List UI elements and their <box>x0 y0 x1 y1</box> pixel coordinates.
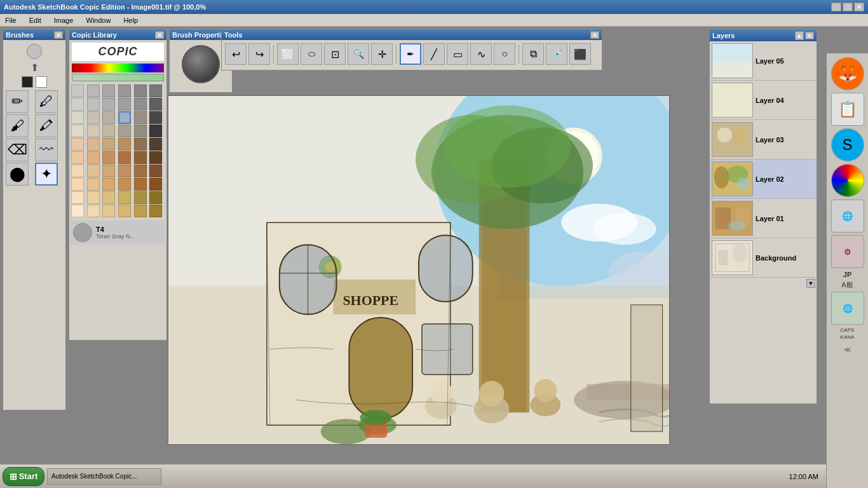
copic-swatch[interactable] <box>71 98 84 111</box>
canvas-area[interactable]: SHOPPE <box>168 95 670 445</box>
brush-background-color[interactable] <box>36 76 47 88</box>
brush-tool-pencil[interactable]: ✏ <box>6 90 29 113</box>
copic-swatch[interactable] <box>87 98 100 111</box>
layer-item-05[interactable]: Layer 05 <box>710 41 817 81</box>
copic-swatch[interactable] <box>149 138 162 151</box>
select-rect-tool[interactable]: ⬜ <box>277 43 299 65</box>
copic-swatch[interactable] <box>102 178 115 191</box>
zoom-tool[interactable]: 🔍 <box>348 43 369 65</box>
skype-icon[interactable]: S <box>831 128 864 161</box>
copic-swatch[interactable] <box>118 138 131 151</box>
caps-kana-label[interactable]: CAPSKANA <box>841 327 855 341</box>
layers-scroll-down[interactable]: ▼ <box>806 279 815 288</box>
tools-close[interactable]: × <box>590 31 599 39</box>
web-icon[interactable]: 🌐 <box>831 292 864 325</box>
move-tool[interactable]: ✛ <box>371 43 393 65</box>
menu-help[interactable]: Help <box>121 15 140 25</box>
brush-tool-custom[interactable]: ✦ <box>35 163 58 186</box>
copic-swatch[interactable] <box>102 165 115 177</box>
app-icon-6[interactable]: ⚙ <box>831 235 864 268</box>
layers-close[interactable]: × <box>805 32 814 39</box>
copic-swatch[interactable] <box>118 85 131 97</box>
copic-swatch[interactable] <box>149 125 162 137</box>
copic-swatch[interactable] <box>87 151 100 164</box>
layers-scroll-up[interactable]: ▲ <box>795 31 804 40</box>
copic-swatch[interactable] <box>102 151 115 164</box>
brush-tool-ink[interactable]: 🖊 <box>35 90 58 113</box>
brush-foreground-color[interactable] <box>22 76 33 88</box>
copic-swatch[interactable] <box>87 125 100 137</box>
copic-color-slider[interactable] <box>72 74 164 81</box>
copic-swatch[interactable] <box>102 111 115 124</box>
copic-swatch[interactable] <box>102 205 115 217</box>
copic-swatch[interactable] <box>87 165 100 177</box>
copic-swatch[interactable] <box>118 165 131 177</box>
select-lasso-tool[interactable]: ⬭ <box>301 43 322 65</box>
copic-swatch[interactable] <box>149 191 162 204</box>
copic-color-gradient[interactable] <box>72 64 164 72</box>
copic-swatch[interactable] <box>134 125 147 137</box>
menu-file[interactable]: File <box>3 15 19 25</box>
copic-swatch[interactable] <box>118 178 131 191</box>
jp-label[interactable]: JP <box>843 271 851 278</box>
copic-swatch[interactable] <box>149 111 162 124</box>
copic-swatch-selected[interactable] <box>118 111 131 124</box>
copic-swatch[interactable] <box>71 85 84 97</box>
taskbar-app[interactable]: Autodesk SketchBook Copic... <box>47 468 161 485</box>
copic-swatch[interactable] <box>102 85 115 97</box>
app-icon-5[interactable]: 🌐 <box>831 200 864 233</box>
copic-swatch[interactable] <box>149 165 162 177</box>
copic-swatch[interactable] <box>71 138 84 151</box>
copic-swatch[interactable] <box>87 85 100 97</box>
copic-swatch[interactable] <box>87 178 100 191</box>
copic-swatch[interactable] <box>87 111 100 124</box>
copic-swatch[interactable] <box>149 205 162 217</box>
ellipse-tool[interactable]: ○ <box>494 43 515 65</box>
copic-swatch[interactable] <box>149 178 162 191</box>
copic-swatch[interactable] <box>71 205 84 217</box>
maximize-button[interactable]: □ <box>843 3 853 11</box>
copic-swatch[interactable] <box>87 205 100 217</box>
undo-button[interactable]: ↩ <box>225 43 247 65</box>
copic-swatch[interactable] <box>118 125 131 137</box>
menu-window[interactable]: Window <box>83 15 113 25</box>
layer-item-background[interactable]: Background <box>710 238 817 278</box>
titlebar-controls[interactable]: _ □ ✕ <box>831 3 864 11</box>
copic-swatch[interactable] <box>71 165 84 177</box>
redo-button[interactable]: ↪ <box>248 43 270 65</box>
brush-tool-brush[interactable]: 🖌 <box>6 114 29 137</box>
eyedropper-tool[interactable]: 💉 <box>546 43 567 65</box>
wave-tool[interactable]: ∿ <box>470 43 492 65</box>
copic-swatch[interactable] <box>134 138 147 151</box>
brush-tool-eraser[interactable]: ⌫ <box>6 139 29 161</box>
copic-swatch[interactable] <box>134 85 147 97</box>
start-button[interactable]: ⊞ Start <box>3 467 44 486</box>
copic-swatch[interactable] <box>71 178 84 191</box>
copic-swatch[interactable] <box>134 98 147 111</box>
brushes-close[interactable]: × <box>54 31 63 39</box>
copic-swatch[interactable] <box>134 191 147 204</box>
copic-swatch[interactable] <box>118 191 131 204</box>
copic-swatch[interactable] <box>118 205 131 217</box>
menu-image[interactable]: Image <box>51 15 76 25</box>
app-icon-2[interactable]: 📋 <box>831 93 864 126</box>
copic-swatch[interactable] <box>87 138 100 151</box>
copic-swatch[interactable] <box>118 98 131 111</box>
copic-swatch[interactable] <box>102 138 115 151</box>
brush-tool-smudge[interactable]: 〰 <box>35 139 58 161</box>
copic-swatch[interactable] <box>71 191 84 204</box>
line-tool[interactable]: ╱ <box>423 43 445 65</box>
expand-icon[interactable]: ≪ <box>844 346 851 354</box>
pen-tool[interactable]: ✒ <box>400 43 421 65</box>
copy-tool[interactable]: ⧉ <box>522 43 544 65</box>
copic-swatch[interactable] <box>102 125 115 137</box>
copic-swatch[interactable] <box>149 98 162 111</box>
copic-swatch[interactable] <box>134 205 147 217</box>
rect-tool[interactable]: ▭ <box>447 43 468 65</box>
firefox-icon[interactable]: 🦊 <box>831 57 864 90</box>
close-button[interactable]: ✕ <box>854 3 864 11</box>
copic-swatch[interactable] <box>71 125 84 137</box>
copic-swatch[interactable] <box>87 191 100 204</box>
copic-close[interactable]: × <box>155 31 164 39</box>
copic-swatch[interactable] <box>134 165 147 177</box>
